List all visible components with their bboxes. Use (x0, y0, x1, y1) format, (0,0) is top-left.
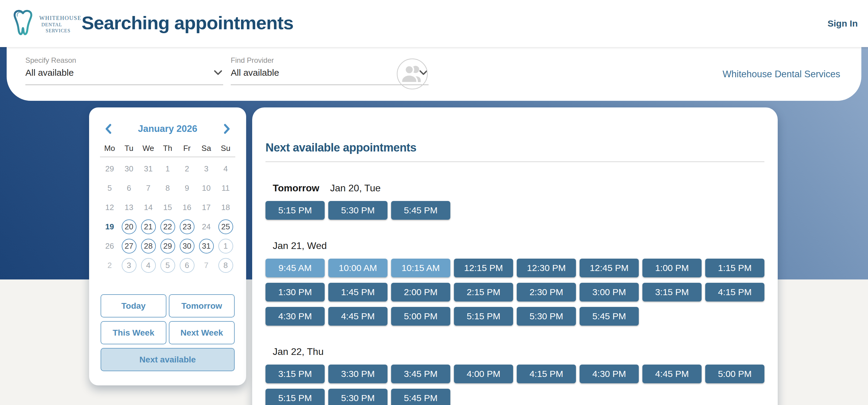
calendar-day-16: 16 (177, 198, 196, 217)
time-slot-button[interactable]: 2:00 PM (391, 283, 450, 302)
calendar-day-1[interactable]: 1 (216, 236, 235, 256)
time-slot-button[interactable]: 4:30 PM (580, 365, 639, 383)
calendar-day-number[interactable]: 23 (180, 220, 194, 234)
calendar-day-21[interactable]: 21 (138, 217, 158, 236)
calendar-prev-button[interactable] (104, 124, 113, 134)
calendar-day-number: 26 (105, 241, 114, 251)
next-week-button[interactable]: Next Week (169, 321, 235, 344)
calendar-day-number: 13 (125, 203, 133, 212)
calendar-next-button[interactable] (222, 124, 231, 134)
calendar-day-number[interactable]: 31 (199, 239, 214, 254)
time-slot-button[interactable]: 4:15 PM (517, 365, 576, 383)
calendar-day-29[interactable]: 29 (158, 236, 177, 256)
weekday-label: Fr (177, 144, 196, 153)
time-slot-button[interactable]: 5:45 PM (580, 307, 639, 326)
calendar-day-23[interactable]: 23 (177, 217, 196, 236)
calendar-day-25[interactable]: 25 (216, 217, 235, 236)
time-slot-button[interactable]: 1:15 PM (705, 259, 765, 277)
time-slot-button[interactable]: 10:15 AM (391, 259, 450, 277)
clinic-name-link[interactable]: Whitehouse Dental Services (723, 69, 840, 80)
time-slot-button[interactable]: 5:45 PM (391, 389, 450, 405)
calendar-day-number[interactable]: 21 (141, 220, 156, 234)
time-slot-button[interactable]: 3:00 PM (580, 283, 639, 302)
this-week-button[interactable]: This Week (100, 321, 166, 344)
calendar-day-5[interactable]: 5 (158, 256, 177, 275)
reason-label: Specify Reason (25, 56, 223, 65)
time-slot-button[interactable]: 5:15 PM (266, 201, 325, 220)
calendar-day-9: 9 (177, 178, 196, 198)
time-slot-button[interactable]: 12:45 PM (580, 259, 639, 277)
time-slot-button[interactable]: 4:30 PM (266, 307, 325, 326)
time-slot-button[interactable]: 3:15 PM (642, 283, 702, 302)
day-date-label: Jan 22, Thu (273, 346, 323, 357)
calendar-day-number[interactable]: 28 (141, 239, 156, 254)
calendar-day-28[interactable]: 28 (138, 236, 158, 256)
time-slot-button[interactable]: 4:45 PM (642, 365, 702, 383)
calendar-day-number: 19 (105, 222, 114, 232)
time-slot-button[interactable]: 5:30 PM (328, 201, 388, 220)
calendar-day-number: 7 (146, 183, 150, 193)
calendar-day-number[interactable]: 27 (122, 239, 136, 254)
calendar-day-number: 9 (185, 183, 189, 193)
time-slot-button[interactable]: 1:00 PM (642, 259, 702, 277)
calendar-day-number[interactable]: 20 (122, 220, 136, 234)
next-available-button[interactable]: Next available (100, 348, 235, 371)
time-slot-button[interactable]: 5:30 PM (328, 389, 388, 405)
today-button[interactable]: Today (100, 294, 166, 317)
calendar-day-number: 18 (221, 203, 230, 212)
time-slot-grid: 3:15 PM3:30 PM3:45 PM4:00 PM4:15 PM4:30 … (266, 365, 765, 405)
calendar-day-22[interactable]: 22 (158, 217, 177, 236)
time-slot-button[interactable]: 3:45 PM (391, 365, 450, 383)
calendar-day-number[interactable]: 3 (122, 258, 136, 273)
filter-bar: Specify Reason All available Find Provid… (7, 47, 861, 101)
time-slot-button[interactable]: 10:00 AM (328, 259, 388, 277)
time-slot-button[interactable]: 3:15 PM (266, 365, 325, 383)
time-slot-button[interactable]: 12:30 PM (517, 259, 576, 277)
tomorrow-button[interactable]: Tomorrow (169, 294, 235, 317)
calendar-day-4[interactable]: 4 (138, 256, 158, 275)
sign-in-link[interactable]: Sign In (828, 19, 858, 29)
calendar-day-31[interactable]: 31 (196, 236, 216, 256)
time-slot-button[interactable]: 2:30 PM (517, 283, 576, 302)
time-slot-button[interactable]: 9:45 AM (266, 259, 325, 277)
calendar-day-31: 31 (138, 159, 158, 178)
calendar-day-number[interactable]: 8 (218, 258, 233, 273)
reason-select[interactable]: Specify Reason All available (25, 56, 223, 85)
calendar-day-number: 4 (223, 164, 228, 173)
calendar-day-number[interactable]: 6 (180, 258, 194, 273)
time-slot-button[interactable]: 5:00 PM (391, 307, 450, 326)
calendar-day-number[interactable]: 30 (180, 239, 194, 254)
calendar-day-27[interactable]: 27 (119, 236, 138, 256)
time-slot-button[interactable]: 4:45 PM (328, 307, 388, 326)
time-slot-button[interactable]: 12:15 PM (454, 259, 513, 277)
calendar-day-number[interactable]: 4 (141, 258, 156, 273)
calendar-day-30[interactable]: 30 (177, 236, 196, 256)
calendar-divider (100, 157, 235, 157)
time-slot-button[interactable]: 2:15 PM (454, 283, 513, 302)
quick-date-buttons: Today Tomorrow This Week Next Week Next … (100, 294, 235, 371)
calendar-day-number[interactable]: 5 (160, 258, 175, 273)
calendar-day-8[interactable]: 8 (216, 256, 235, 275)
time-slot-button[interactable]: 4:00 PM (454, 365, 513, 383)
time-slot-button[interactable]: 3:30 PM (328, 365, 388, 383)
calendar-day-8: 8 (158, 178, 177, 198)
tooth-logo-icon (9, 7, 37, 39)
time-slot-button[interactable]: 5:15 PM (454, 307, 513, 326)
calendar-day-number[interactable]: 1 (218, 239, 233, 254)
calendar-day-4: 4 (216, 159, 235, 178)
calendar-day-3[interactable]: 3 (119, 256, 138, 275)
calendar-day-number[interactable]: 25 (218, 220, 233, 234)
time-slot-button[interactable]: 4:15 PM (705, 283, 765, 302)
time-slot-button[interactable]: 1:30 PM (266, 283, 325, 302)
calendar-day-number[interactable]: 22 (160, 220, 175, 234)
time-slot-button[interactable]: 1:45 PM (328, 283, 388, 302)
time-slot-button[interactable]: 5:15 PM (266, 389, 325, 405)
calendar-day-number: 2 (107, 261, 112, 270)
calendar-day-6[interactable]: 6 (177, 256, 196, 275)
calendar-day-20[interactable]: 20 (119, 217, 138, 236)
time-slot-button[interactable]: 5:45 PM (391, 201, 450, 220)
calendar-day-number[interactable]: 29 (160, 239, 175, 254)
time-slot-button[interactable]: 5:30 PM (517, 307, 576, 326)
providers-button[interactable] (397, 58, 428, 90)
time-slot-button[interactable]: 5:00 PM (705, 365, 765, 383)
